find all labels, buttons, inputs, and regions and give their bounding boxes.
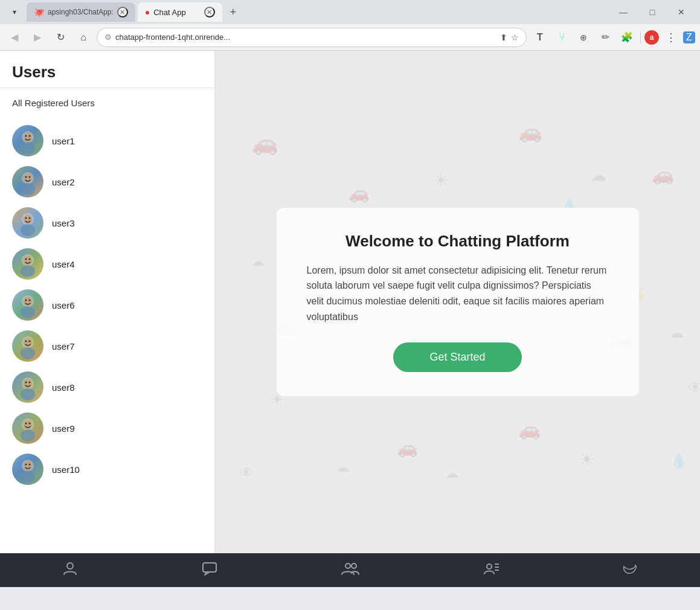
svg-point-39 bbox=[21, 429, 35, 441]
puzzle-icon[interactable]: 🧩 bbox=[617, 28, 637, 47]
tab2-icon: ● bbox=[145, 7, 150, 17]
avatar bbox=[12, 248, 43, 280]
svg-text:🚗: 🚗 bbox=[251, 130, 279, 156]
back-btn[interactable]: ◀ bbox=[5, 28, 24, 47]
sidebar-header: Users bbox=[0, 51, 214, 88]
minimize-btn[interactable]: — bbox=[609, 3, 637, 21]
circle-icon[interactable]: ⊕ bbox=[574, 28, 593, 47]
new-tab-btn[interactable]: + bbox=[225, 4, 242, 21]
tab2-close[interactable]: ✕ bbox=[204, 7, 215, 18]
user-name: user4 bbox=[52, 259, 75, 269]
chat-icon bbox=[202, 560, 217, 580]
fork-icon[interactable]: ⑂ bbox=[552, 28, 571, 47]
browser-titlebar: ▾ 🐙 apsingh03/ChatApp: ✕ ● Chat App ✕ + … bbox=[0, 0, 700, 24]
svg-point-23 bbox=[29, 300, 31, 301]
users-icon bbox=[341, 560, 359, 580]
menu-btn[interactable]: ⋮ bbox=[661, 28, 681, 47]
user-name: user1 bbox=[52, 136, 75, 146]
share-icon[interactable]: ⬆ bbox=[500, 33, 507, 42]
list-item[interactable]: user3 bbox=[7, 202, 207, 243]
side-panel-btn[interactable]: Z bbox=[683, 31, 695, 43]
bottom-nav-item-profile[interactable] bbox=[50, 556, 90, 585]
list-item[interactable]: user8 bbox=[7, 367, 207, 408]
svg-text:☀: ☀ bbox=[433, 170, 449, 190]
T-icon[interactable]: T bbox=[530, 28, 550, 47]
svg-point-73 bbox=[67, 563, 73, 569]
svg-point-28 bbox=[29, 341, 31, 342]
home-btn[interactable]: ⌂ bbox=[74, 28, 93, 47]
close-btn[interactable]: ✕ bbox=[667, 3, 695, 21]
svg-point-2 bbox=[25, 135, 27, 137]
avatar bbox=[12, 371, 43, 403]
list-item[interactable]: user2 bbox=[7, 161, 207, 202]
user-name: user6 bbox=[52, 300, 75, 310]
pen-icon[interactable]: ✏ bbox=[596, 28, 615, 47]
svg-text:👁: 👁 bbox=[239, 464, 254, 481]
maximize-btn[interactable]: □ bbox=[638, 3, 666, 21]
tab2[interactable]: ● Chat App ✕ bbox=[138, 2, 222, 22]
bottom-nav-item-users[interactable] bbox=[329, 556, 371, 585]
list-item[interactable]: user4 bbox=[7, 243, 207, 284]
toolbar-icons: T ⑂ ⊕ ✏ 🧩 a ⋮ Z bbox=[530, 28, 695, 47]
bottom-nav-item-contacts[interactable] bbox=[471, 556, 511, 585]
svg-text:🚗: 🚗 bbox=[397, 437, 419, 458]
tab1[interactable]: 🐙 apsingh03/ChatApp: ✕ bbox=[27, 2, 135, 22]
user-name: user7 bbox=[52, 341, 75, 352]
svg-text:👁: 👁 bbox=[688, 379, 700, 397]
svg-text:☂: ☂ bbox=[336, 463, 350, 481]
svg-point-38 bbox=[29, 423, 31, 425]
address-text: chatapp-frontend-1qht.onrende... bbox=[115, 33, 496, 42]
svg-point-33 bbox=[29, 382, 31, 384]
browser-toolbar: ◀ ▶ ↻ ⌂ ⚙ chatapp-frontend-1qht.onrende.… bbox=[0, 24, 700, 51]
browser-chrome: ▾ 🐙 apsingh03/ChatApp: ✕ ● Chat App ✕ + … bbox=[0, 0, 700, 51]
svg-text:💧: 💧 bbox=[670, 452, 689, 469]
svg-text:☁: ☁ bbox=[251, 254, 265, 269]
list-item[interactable]: user9 bbox=[7, 408, 207, 449]
users-section-label: All Registered Users bbox=[12, 98, 202, 108]
contacts-icon bbox=[483, 560, 499, 580]
address-bar[interactable]: ⚙ chatapp-frontend-1qht.onrende... ⬆ ☆ bbox=[97, 28, 527, 47]
dropdown-btn[interactable]: ▾ bbox=[5, 2, 24, 22]
tab1-close[interactable]: ✕ bbox=[117, 7, 128, 18]
svg-rect-74 bbox=[203, 563, 216, 572]
list-item[interactable]: user1 bbox=[7, 120, 207, 161]
svg-point-77 bbox=[487, 564, 492, 569]
svg-point-4 bbox=[21, 142, 35, 154]
svg-point-14 bbox=[21, 224, 35, 236]
sidebar: Users All Registered Users user1 user2 bbox=[0, 51, 215, 553]
svg-text:☂: ☂ bbox=[670, 329, 685, 348]
avatar bbox=[12, 125, 43, 156]
user-name: user3 bbox=[52, 218, 75, 228]
bottom-nav bbox=[0, 553, 700, 587]
svg-point-9 bbox=[21, 183, 35, 195]
app-container: Users All Registered Users user1 user2 bbox=[0, 51, 700, 553]
list-item[interactable]: user10 bbox=[7, 449, 207, 490]
get-started-button[interactable]: Get Started bbox=[393, 342, 521, 372]
svg-text:☀: ☀ bbox=[579, 449, 595, 469]
svg-point-75 bbox=[345, 563, 350, 568]
svg-point-13 bbox=[29, 217, 31, 219]
svg-point-37 bbox=[25, 423, 27, 425]
svg-point-3 bbox=[29, 135, 31, 137]
sidebar-title: Users bbox=[12, 63, 202, 82]
forward-btn[interactable]: ▶ bbox=[28, 28, 47, 47]
browser-controls: ▾ bbox=[5, 2, 24, 22]
reload-btn[interactable]: ↻ bbox=[51, 28, 70, 47]
avatar bbox=[12, 166, 43, 197]
welcome-title: Welcome to Chatting Platform bbox=[307, 232, 609, 251]
user-name: user8 bbox=[52, 382, 75, 393]
bottom-nav-item-chat[interactable] bbox=[190, 556, 230, 585]
user-name: user2 bbox=[52, 177, 75, 187]
svg-text:🚗: 🚗 bbox=[518, 419, 541, 440]
list-item[interactable]: user6 bbox=[7, 284, 207, 326]
welcome-card: Welcome to Chatting Platform Lorem, ipsu… bbox=[277, 208, 639, 396]
profile-badge[interactable]: a bbox=[644, 30, 659, 45]
list-item[interactable]: user7 bbox=[7, 326, 207, 367]
svg-point-29 bbox=[21, 347, 35, 359]
tab2-label: Chat App bbox=[153, 8, 186, 17]
welcome-text: Lorem, ipsum dolor sit amet consectetur … bbox=[307, 263, 609, 324]
svg-text:☁: ☁ bbox=[445, 466, 458, 481]
svg-point-32 bbox=[25, 382, 27, 384]
bookmark-icon[interactable]: ☆ bbox=[511, 33, 519, 42]
bottom-nav-item-theme[interactable] bbox=[611, 556, 650, 585]
